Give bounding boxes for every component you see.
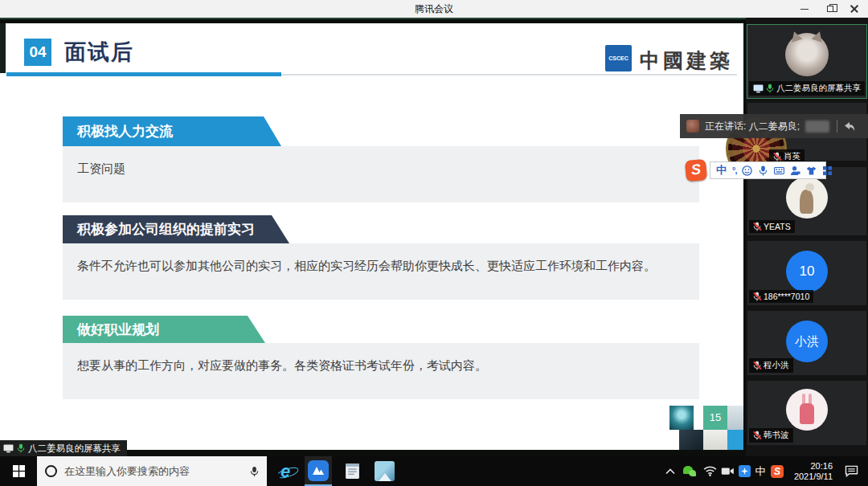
participants-sidebar: 八二姜易良的屏幕共享 YEATS 10 186****7010 小洪 程小洪 xyxy=(746,18,868,456)
cscec-logo-icon: CSCEC xyxy=(605,45,632,71)
participant-tile-7010[interactable]: 10 186****7010 xyxy=(747,241,866,305)
sogou-logo-icon[interactable]: S xyxy=(685,159,707,182)
collage-photo-3 xyxy=(703,430,727,450)
clock-time: 20:16 xyxy=(810,461,833,472)
avatar-rabbit xyxy=(786,389,828,431)
taskbar-clock[interactable]: 20:16 2021/9/11 xyxy=(781,456,834,486)
speaking-banner: 正在讲话: 八二姜易良; xyxy=(680,114,868,138)
camera-tray-icon[interactable] xyxy=(719,456,736,486)
share-pill-label: 八二姜易良的屏幕共享 xyxy=(28,443,121,455)
voice-input-icon[interactable] xyxy=(758,165,768,176)
screen-share-icon xyxy=(3,444,14,453)
mic-muted-icon xyxy=(753,292,761,301)
emoji-icon[interactable] xyxy=(742,165,752,176)
star-icon xyxy=(739,465,751,477)
mic-muted-icon xyxy=(753,431,761,440)
account-icon[interactable] xyxy=(790,165,800,176)
section-header-3: 做好职业规划 xyxy=(63,316,265,343)
title-underline-extension xyxy=(281,74,737,76)
window-titlebar: 腾讯会议 xyxy=(0,0,868,18)
section-header-1: 积极找人力交流 xyxy=(63,116,281,146)
participant-tile-hanshubo[interactable]: 韩书波 xyxy=(747,381,866,445)
taskbar-app-photos[interactable] xyxy=(371,456,398,486)
slide-corner-notch xyxy=(0,23,6,73)
action-center-icon[interactable] xyxy=(839,456,863,486)
avatar-figure xyxy=(786,177,828,218)
taskbar-app-meeting-active[interactable] xyxy=(305,456,332,486)
screen: 腾讯会议 04 面试后 CSCEC 中國建築 积极找人力交流 工资问题 积极参加… xyxy=(0,0,868,486)
chat-bubbles-icon xyxy=(683,466,696,476)
search-placeholder: 在这里输入你要搜索的内容 xyxy=(64,464,243,479)
mic-on-icon xyxy=(766,84,774,93)
collage-tile-blue xyxy=(727,430,743,450)
bluetooth-app-tray-icon[interactable] xyxy=(736,456,752,486)
close-button[interactable] xyxy=(842,0,866,18)
participant-tile-chengxiaohong[interactable]: 小洪 程小洪 xyxy=(747,311,866,375)
search-input[interactable]: 在这里输入你要搜索的内容 xyxy=(37,456,267,486)
collage-badge: 15 xyxy=(703,406,727,430)
section-body-2: 条件不允许也可以参加其他公司的实习，相应的实习经历会帮助你更快成长、更快适应工作… xyxy=(63,243,699,300)
mic-muted-icon xyxy=(753,222,761,231)
ime-toolbar-bar: 中 °, xyxy=(710,161,826,179)
keyboard-icon[interactable] xyxy=(774,165,784,176)
clock-date: 2021/9/11 xyxy=(794,472,833,482)
tencent-meeting-icon xyxy=(308,460,329,481)
wifi-icon[interactable] xyxy=(701,456,719,486)
taskbar: 在这里输入你要搜索的内容 e 中 S 20:16 2021/9/11 xyxy=(0,456,868,486)
cortana-icon xyxy=(45,465,57,477)
screen-share-icon xyxy=(753,84,764,93)
slide-title: 面试后 xyxy=(64,38,134,67)
participant-name: 程小洪 xyxy=(764,360,789,371)
ie-icon: e xyxy=(280,463,290,480)
close-icon xyxy=(850,5,858,13)
minimize-button[interactable] xyxy=(792,0,817,18)
section-body-3: 想要从事的工作方向，对应要做的事务。各类资格证书考试年份，考试内容。 xyxy=(63,343,699,399)
taskbar-app-notepad[interactable] xyxy=(338,456,366,486)
divider xyxy=(837,120,837,133)
toolbox-icon[interactable] xyxy=(822,165,833,176)
collage-photo-1 xyxy=(727,406,743,430)
avatar-initial: 10 xyxy=(786,251,828,292)
section-body-1: 工资问题 xyxy=(63,146,699,202)
collage-photo-lightbulb xyxy=(669,406,694,430)
restore-icon xyxy=(827,6,833,12)
ime-indicator[interactable]: 中 xyxy=(752,456,768,486)
title-underline xyxy=(6,72,281,76)
avatar-cat xyxy=(785,33,829,76)
participant-name: 八二姜易良的屏幕共享 xyxy=(776,83,861,94)
cscec-logo-text: 中國建築 xyxy=(640,47,733,74)
participant-tile-sharer[interactable]: 八二姜易良的屏幕共享 xyxy=(747,25,866,98)
mic-on-icon xyxy=(17,443,25,453)
mic-muted-icon xyxy=(753,361,761,370)
participant-name: 186****7010 xyxy=(764,292,809,301)
speaker-avatar xyxy=(686,120,699,133)
ime-mode-button[interactable]: 中 xyxy=(716,162,727,178)
reply-arrow-icon[interactable] xyxy=(843,121,855,132)
slide-number-badge: 04 xyxy=(24,39,51,66)
collage-photo-2 xyxy=(679,430,703,450)
photos-icon xyxy=(375,461,395,481)
screen-share-pill[interactable]: 八二姜易良的屏幕共享 xyxy=(0,440,127,456)
section-header-2: 积极参加公司组织的提前实习 xyxy=(63,215,289,243)
ime-toolbar: S 中 °, xyxy=(686,158,826,182)
maximize-button[interactable] xyxy=(818,0,842,18)
blurred-text xyxy=(805,120,829,133)
avatar-initial: 小洪 xyxy=(786,321,828,362)
minimize-icon xyxy=(800,9,809,10)
shared-slide: 04 面试后 CSCEC 中國建築 积极找人力交流 工资问题 积极参加公司组织的… xyxy=(0,23,743,450)
participant-name: YEATS xyxy=(764,222,791,231)
ime-punct-button[interactable]: °, xyxy=(732,165,736,175)
tray-expand-icon[interactable] xyxy=(662,456,678,486)
speaking-banner-text: 正在讲话: 八二姜易良; xyxy=(705,120,800,133)
start-button[interactable] xyxy=(0,456,37,486)
participant-name: 韩书波 xyxy=(764,430,789,441)
skin-icon[interactable] xyxy=(806,165,817,176)
search-mic-icon[interactable] xyxy=(250,466,259,477)
window-title: 腾讯会议 xyxy=(0,2,868,16)
taskbar-app-ie[interactable]: e xyxy=(272,456,299,486)
wechat-tray-icon[interactable] xyxy=(680,456,699,486)
